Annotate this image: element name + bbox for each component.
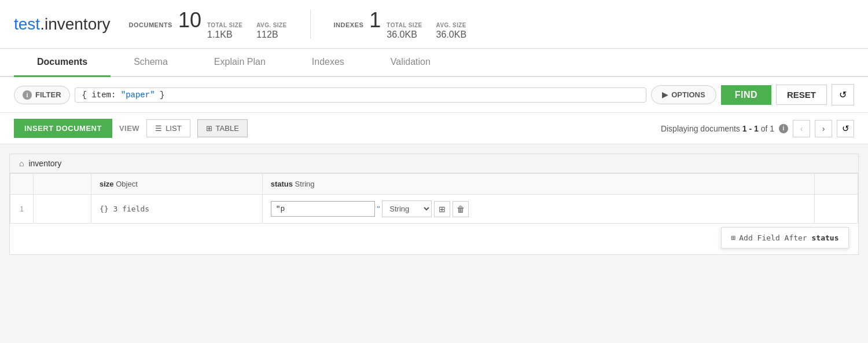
row-status-cell[interactable]: " String Number Boolean ⊞ 🗑	[262, 195, 815, 224]
row-extra-cell	[815, 195, 858, 224]
collection-title: test.inventory	[14, 15, 111, 34]
avg-size-idx-label: AVG. SIZE	[436, 22, 466, 28]
indexes-stat: INDEXES 1 TOTAL SIZE 36.0KB AVG. SIZE 36…	[334, 8, 467, 40]
add-field-row: ⊞ Add Field After status	[10, 224, 858, 255]
total-size-idx-label: TOTAL SIZE	[387, 22, 422, 28]
row-empty-cell	[34, 195, 91, 224]
db-name: test	[14, 15, 40, 33]
filter-bar: { item: "paper" }	[75, 87, 647, 103]
avg-size-docs-label: AVG. SIZE	[256, 22, 286, 28]
tab-schema[interactable]: Schema	[111, 49, 191, 77]
options-label: OPTIONS	[671, 90, 705, 99]
doc-size-pair: TOTAL SIZE 1.1KB AVG. SIZE 112B	[207, 22, 287, 40]
table-label: TABLE	[216, 124, 239, 133]
table-title-row: ⌂ inventory	[10, 154, 858, 173]
inline-editor: " String Number Boolean ⊞ 🗑	[271, 200, 807, 217]
reload-icon: ↺	[842, 123, 849, 134]
filter-info-icon: i	[23, 90, 32, 100]
next-page-button[interactable]: ›	[815, 120, 832, 137]
data-table: size Object status String 1 {} 3 fields	[10, 173, 858, 254]
find-button[interactable]: FIND	[721, 85, 771, 105]
row-fields-count: {} 3 fields	[100, 205, 149, 213]
add-field-plus-icon: ⊞	[731, 233, 735, 242]
col-size-type: Object	[116, 180, 138, 188]
total-size-docs: TOTAL SIZE 1.1KB	[207, 22, 242, 40]
display-text: Displaying documents 1 - 1 of 1	[661, 124, 774, 133]
add-field-inline-button[interactable]: ⊞	[434, 201, 450, 217]
tab-validation[interactable]: Validation	[367, 49, 454, 77]
table-row: 1 {} 3 fields " String Number Boolean	[10, 195, 858, 224]
total-size-idx: TOTAL SIZE 36.0KB	[387, 22, 422, 40]
options-button[interactable]: ▶ OPTIONS	[651, 85, 716, 104]
row-size-cell: {} 3 fields	[91, 195, 263, 224]
table-view-button[interactable]: ⊞ TABLE	[197, 119, 248, 137]
row-number: 1	[10, 195, 34, 224]
list-icon: ☰	[155, 124, 162, 133]
display-info: Displaying documents 1 - 1 of 1 i ‹ › ↺	[661, 120, 854, 137]
action-bar: INSERT DOCUMENT VIEW ☰ LIST ⊞ TABLE Disp…	[0, 113, 868, 144]
prev-page-button[interactable]: ‹	[793, 120, 810, 137]
tabs: Documents Schema Explain Plan Indexes Va…	[0, 49, 868, 77]
type-select[interactable]: String Number Boolean	[382, 200, 432, 217]
reset-button[interactable]: RESET	[776, 85, 827, 105]
avg-size-idx: AVG. SIZE 36.0KB	[436, 22, 466, 40]
idx-size-pair: TOTAL SIZE 36.0KB AVG. SIZE 36.0KB	[387, 22, 466, 40]
tab-explain-plan[interactable]: Explain Plan	[191, 49, 289, 77]
insert-document-button[interactable]: INSERT DOCUMENT	[14, 119, 112, 138]
col-header-size: size Object	[91, 174, 263, 195]
stat-divider	[310, 10, 311, 39]
status-value-input[interactable]	[271, 201, 375, 217]
table-house-icon: ⌂	[19, 159, 24, 168]
collection-name: inventory	[45, 15, 111, 33]
query-brace-close: }	[155, 90, 165, 100]
filter-query: { item: "paper" }	[82, 90, 165, 100]
query-brace-open: { item:	[82, 90, 121, 100]
tab-indexes[interactable]: Indexes	[289, 49, 367, 77]
reload-button[interactable]: ↺	[837, 120, 854, 137]
table-container: ⌂ inventory size Object status String 1	[9, 154, 859, 255]
indexes-label: INDEXES	[334, 21, 364, 28]
col-size-name: size	[100, 180, 114, 188]
avg-size-idx-value: 36.0KB	[436, 30, 466, 40]
refresh-icon: ↺	[839, 89, 847, 100]
list-view-button[interactable]: ☰ LIST	[146, 119, 190, 137]
refresh-button[interactable]: ↺	[832, 84, 854, 105]
delete-field-button[interactable]: 🗑	[453, 201, 469, 217]
header: test.inventory DOCUMENTS 10 TOTAL SIZE 1…	[0, 0, 868, 49]
tab-documents[interactable]: Documents	[14, 49, 111, 77]
col-header-empty	[34, 174, 91, 195]
add-field-tooltip[interactable]: ⊞ Add Field After status	[721, 227, 848, 249]
filter-label: FILTER	[35, 90, 61, 99]
add-field-text: Add Field After status	[739, 233, 838, 242]
col-header-status: status String	[262, 174, 815, 195]
documents-label: DOCUMENTS	[129, 21, 172, 28]
total-size-idx-value: 36.0KB	[387, 30, 422, 40]
list-label: LIST	[165, 124, 181, 133]
view-label: VIEW	[119, 124, 139, 133]
table-header-row: size Object status String	[10, 174, 858, 195]
table-icon: ⊞	[206, 124, 212, 133]
avg-size-docs-value: 112B	[256, 30, 286, 40]
col-header-actions	[815, 174, 858, 195]
add-field-target: status	[812, 233, 839, 242]
filter-button[interactable]: i FILTER	[14, 86, 70, 104]
col-status-type: String	[295, 180, 315, 188]
stats-group: DOCUMENTS 10 TOTAL SIZE 1.1KB AVG. SIZE …	[129, 8, 467, 40]
documents-stat: DOCUMENTS 10 TOTAL SIZE 1.1KB AVG. SIZE …	[129, 8, 287, 40]
avg-size-docs: AVG. SIZE 112B	[256, 22, 286, 40]
filter-toolbar: i FILTER { item: "paper" } ▶ OPTIONS FIN…	[0, 77, 868, 113]
options-arrow-icon: ▶	[662, 90, 668, 99]
closing-quote: "	[377, 205, 380, 213]
add-field-cell: ⊞ Add Field After status	[10, 224, 858, 255]
indexes-count: 1	[369, 8, 381, 32]
total-size-docs-label: TOTAL SIZE	[207, 22, 242, 28]
col-header-num	[10, 174, 34, 195]
col-status-name: status	[271, 180, 293, 188]
table-title: inventory	[28, 159, 61, 168]
documents-count: 10	[178, 8, 201, 32]
display-info-icon[interactable]: i	[779, 124, 788, 133]
total-size-docs-value: 1.1KB	[207, 30, 242, 40]
query-value: "paper"	[121, 90, 155, 100]
